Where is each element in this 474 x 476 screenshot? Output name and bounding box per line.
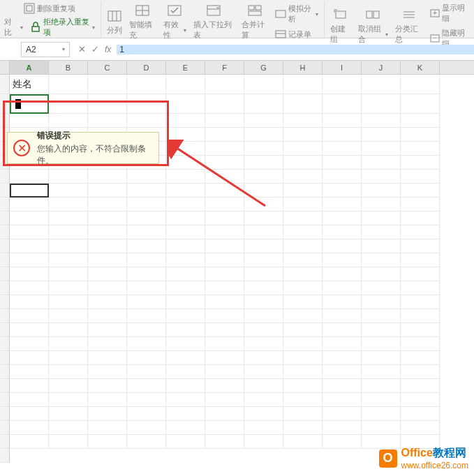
row-header[interactable] <box>0 170 10 184</box>
cell[interactable] <box>244 421 283 435</box>
reject-duplicates-button[interactable]: 拒绝录入重复项 ▾ <box>27 15 98 39</box>
row-header[interactable] <box>0 407 10 421</box>
row-header[interactable] <box>0 184 10 198</box>
cell[interactable] <box>166 421 205 435</box>
cell[interactable] <box>88 393 127 407</box>
cell[interactable] <box>244 142 283 156</box>
contrast-button[interactable]: 对比▾ <box>1 15 26 39</box>
cell[interactable] <box>205 379 244 393</box>
cell[interactable] <box>362 128 401 142</box>
cell[interactable] <box>362 225 401 239</box>
cell[interactable] <box>362 393 401 407</box>
cell-a1[interactable]: 姓名 <box>10 75 49 94</box>
cell[interactable] <box>88 225 127 239</box>
cell[interactable] <box>10 198 49 211</box>
cell[interactable] <box>244 407 283 421</box>
cell[interactable] <box>88 379 127 393</box>
cell[interactable] <box>362 267 401 281</box>
col-header-k[interactable]: K <box>401 61 440 74</box>
cell[interactable] <box>283 75 323 94</box>
cell[interactable] <box>88 365 127 379</box>
cell[interactable] <box>323 323 362 337</box>
subtotal-button[interactable]: 分类汇总 <box>392 6 425 46</box>
cell[interactable] <box>283 407 323 421</box>
cell[interactable] <box>166 323 205 337</box>
cell[interactable] <box>244 351 283 365</box>
cell[interactable] <box>205 337 244 351</box>
cell[interactable] <box>362 94 401 114</box>
cell[interactable] <box>166 365 205 379</box>
cell[interactable] <box>88 435 127 449</box>
cell[interactable] <box>127 379 166 393</box>
cell[interactable] <box>88 407 127 421</box>
cell[interactable] <box>166 94 205 114</box>
cell[interactable] <box>10 114 49 128</box>
cell[interactable] <box>127 253 166 267</box>
cell[interactable] <box>323 156 362 170</box>
cell[interactable] <box>10 393 49 407</box>
cell[interactable] <box>88 211 127 225</box>
cell[interactable] <box>362 170 401 184</box>
cell[interactable] <box>205 114 244 128</box>
cell[interactable] <box>323 253 362 267</box>
cell[interactable] <box>401 128 440 142</box>
cell[interactable] <box>401 239 440 253</box>
cell[interactable] <box>10 337 49 351</box>
cell[interactable] <box>49 94 88 114</box>
cell[interactable] <box>244 323 283 337</box>
cell[interactable] <box>401 407 440 421</box>
cell[interactable] <box>205 75 244 94</box>
cell[interactable] <box>323 75 362 94</box>
cell[interactable] <box>205 351 244 365</box>
cell[interactable] <box>323 365 362 379</box>
cell[interactable] <box>127 114 166 128</box>
cell[interactable] <box>401 337 440 351</box>
cell[interactable] <box>362 281 401 295</box>
cell[interactable] <box>362 379 401 393</box>
cell[interactable] <box>205 142 244 156</box>
cell[interactable] <box>323 421 362 435</box>
cell[interactable] <box>127 407 166 421</box>
show-detail-button[interactable]: + 显示明细 <box>427 1 471 25</box>
delete-duplicates-button[interactable]: 删除重复项 <box>21 1 78 15</box>
row-header[interactable] <box>0 225 10 239</box>
cell[interactable] <box>205 184 244 198</box>
cell[interactable] <box>323 351 362 365</box>
cell-a8-selected[interactable] <box>10 184 49 198</box>
row-header[interactable] <box>0 365 10 379</box>
cell[interactable] <box>401 253 440 267</box>
cell[interactable] <box>283 239 323 253</box>
cell[interactable] <box>166 309 205 323</box>
cell[interactable] <box>88 184 127 198</box>
cell[interactable] <box>283 142 323 156</box>
row-header[interactable] <box>0 114 10 128</box>
row-header[interactable] <box>0 75 10 94</box>
col-header-i[interactable]: I <box>323 61 362 74</box>
cell[interactable] <box>244 198 283 211</box>
cell[interactable] <box>205 421 244 435</box>
cell[interactable] <box>166 170 205 184</box>
cell[interactable] <box>127 281 166 295</box>
smart-fill-button[interactable]: 智能填充 <box>126 1 159 42</box>
cell[interactable] <box>49 393 88 407</box>
cell[interactable] <box>283 435 323 449</box>
cell[interactable] <box>166 239 205 253</box>
row-header[interactable] <box>0 253 10 267</box>
cell[interactable] <box>323 184 362 198</box>
cell[interactable] <box>401 267 440 281</box>
cell[interactable] <box>49 114 88 128</box>
cell[interactable] <box>244 379 283 393</box>
cell[interactable] <box>401 170 440 184</box>
cell[interactable] <box>283 225 323 239</box>
cell[interactable] <box>10 211 49 225</box>
insert-dropdown-button[interactable]: 插入下拉列表 <box>191 1 237 42</box>
cell[interactable] <box>401 94 440 114</box>
cell[interactable] <box>283 267 323 281</box>
cell[interactable] <box>49 184 88 198</box>
cell[interactable] <box>401 142 440 156</box>
cell[interactable] <box>283 94 323 114</box>
cell[interactable] <box>88 198 127 211</box>
cell[interactable] <box>362 198 401 211</box>
cell[interactable] <box>205 295 244 309</box>
cell[interactable] <box>244 184 283 198</box>
